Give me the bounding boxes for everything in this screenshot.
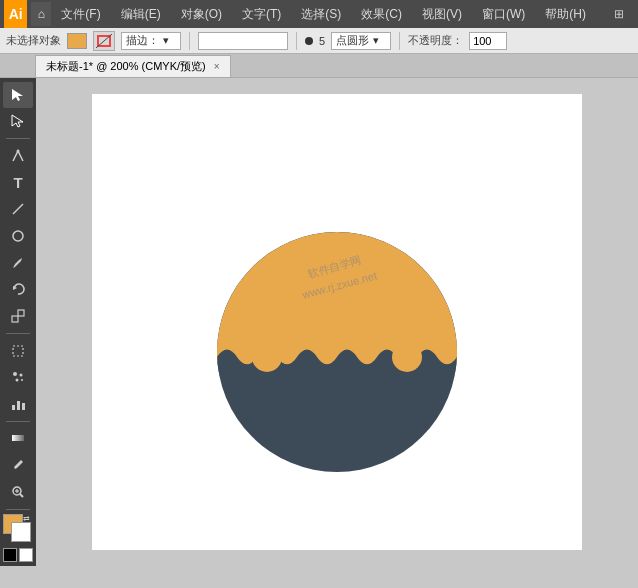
- symbol-spray-tool[interactable]: [3, 364, 33, 390]
- tab-bar: 未标题-1* @ 200% (CMYK/预览) ×: [0, 54, 638, 78]
- ai-logo: Ai: [4, 0, 27, 28]
- title-bar: Ai ⌂ 文件(F) 编辑(E) 对象(O) 文字(T) 选择(S) 效果(C)…: [0, 0, 638, 28]
- chevron-down-icon: ▾: [163, 34, 169, 47]
- background-color[interactable]: [11, 522, 31, 542]
- tab-close-button[interactable]: ×: [214, 61, 220, 72]
- menu-item-select[interactable]: 选择(S): [297, 4, 345, 25]
- svg-point-12: [20, 374, 23, 377]
- stroke-icon-btn[interactable]: [93, 31, 115, 51]
- default-colors-button[interactable]: [3, 548, 17, 562]
- rotate-icon: [10, 281, 26, 297]
- home-icon: ⌂: [38, 7, 45, 21]
- stroke-label: 描边：: [126, 33, 159, 48]
- graph-icon: [10, 396, 26, 412]
- stroke-dropdown[interactable]: 描边： ▾: [121, 32, 181, 50]
- opacity-label: 不透明度：: [408, 33, 463, 48]
- stroke-icon: [96, 34, 112, 48]
- svg-rect-16: [17, 401, 20, 410]
- type-icon: T: [13, 174, 22, 191]
- options-bar: 未选择对象 描边： ▾ 5 点圆形 ▾ 不透明度：: [0, 28, 638, 54]
- separator-2: [296, 32, 297, 50]
- brush-type-dropdown[interactable]: 点圆形 ▾: [331, 32, 391, 50]
- character-eye-left: [252, 342, 282, 372]
- brush-type-label: 点圆形: [336, 33, 369, 48]
- svg-marker-3: [12, 115, 23, 127]
- svg-point-14: [21, 379, 23, 381]
- mode-swatches: [3, 548, 33, 562]
- separator-3: [399, 32, 400, 50]
- rotate-tool[interactable]: [3, 277, 33, 303]
- symbol-spray-icon: [10, 369, 26, 385]
- line-icon: [10, 201, 26, 217]
- svg-rect-8: [12, 316, 18, 322]
- svg-rect-10: [13, 346, 23, 356]
- free-transform-tool[interactable]: [3, 338, 33, 364]
- paintbrush-tool[interactable]: [3, 250, 33, 276]
- direct-selection-tool[interactable]: [3, 109, 33, 135]
- zoom-tool[interactable]: [3, 479, 33, 505]
- object-label: 未选择对象: [6, 33, 61, 48]
- svg-marker-2: [12, 89, 23, 101]
- menu-bar: 文件(F) 编辑(E) 对象(O) 文字(T) 选择(S) 效果(C) 视图(V…: [53, 0, 634, 28]
- line-tool[interactable]: [3, 197, 33, 223]
- brush-dot-icon: [305, 37, 313, 45]
- svg-line-21: [20, 494, 23, 497]
- ellipse-tool[interactable]: [3, 223, 33, 249]
- menu-item-help[interactable]: 帮助(H): [541, 4, 590, 25]
- menu-item-object[interactable]: 对象(O): [177, 4, 226, 25]
- svg-point-13: [16, 379, 19, 382]
- tool-sep-2: [6, 333, 30, 334]
- separator-1: [189, 32, 190, 50]
- brush-size-label: 5: [319, 35, 325, 47]
- svg-line-5: [13, 204, 23, 214]
- character-eye-right: [392, 342, 422, 372]
- type-tool[interactable]: T: [3, 170, 33, 196]
- none-color: [19, 548, 33, 562]
- menu-item-text[interactable]: 文字(T): [238, 4, 285, 25]
- svg-point-4: [17, 150, 20, 153]
- tab-title: 未标题-1* @ 200% (CMYK/预览): [46, 59, 206, 74]
- layout-icon: ⊞: [614, 7, 624, 21]
- tool-sep-1: [6, 138, 30, 139]
- canvas: 软件自学网 www.rj.zxue.net: [92, 94, 582, 550]
- menu-item-effect[interactable]: 效果(C): [357, 4, 406, 25]
- direct-selection-icon: [10, 113, 26, 129]
- stroke-input[interactable]: [198, 32, 288, 50]
- eyedropper-tool[interactable]: [3, 452, 33, 478]
- svg-point-6: [13, 231, 23, 241]
- toolbox: T: [0, 78, 36, 566]
- zoom-icon: [10, 484, 26, 500]
- free-transform-icon: [10, 343, 26, 359]
- menu-item-window[interactable]: 窗口(W): [478, 4, 529, 25]
- menu-item-view[interactable]: 视图(V): [418, 4, 466, 25]
- color-swatches[interactable]: ⇄: [3, 514, 33, 541]
- scale-icon: [10, 308, 26, 324]
- scale-tool[interactable]: [3, 303, 33, 329]
- svg-rect-18: [12, 435, 24, 441]
- tool-sep-3: [6, 421, 30, 422]
- chevron-down-icon-2: ▾: [373, 34, 379, 47]
- gradient-icon: [10, 430, 26, 446]
- home-button[interactable]: ⌂: [31, 2, 51, 26]
- fill-color-swatch[interactable]: [67, 33, 87, 49]
- tool-sep-4: [6, 509, 30, 510]
- menu-item-edit[interactable]: 编辑(E): [117, 4, 165, 25]
- svg-rect-9: [18, 310, 24, 316]
- selection-tool[interactable]: [3, 82, 33, 108]
- opacity-input[interactable]: [469, 32, 507, 50]
- svg-rect-15: [12, 405, 15, 410]
- paintbrush-icon: [10, 255, 26, 271]
- ellipse-icon: [10, 228, 26, 244]
- svg-point-11: [13, 372, 17, 376]
- pen-tool[interactable]: [3, 143, 33, 169]
- document-tab[interactable]: 未标题-1* @ 200% (CMYK/预览) ×: [35, 55, 231, 77]
- graph-tool[interactable]: [3, 391, 33, 417]
- canvas-area: 软件自学网 www.rj.zxue.net: [36, 78, 638, 566]
- main-area: T: [0, 78, 638, 566]
- swap-colors-button[interactable]: ⇄: [23, 514, 33, 524]
- selection-icon: [10, 87, 26, 103]
- menu-item-file[interactable]: 文件(F): [57, 4, 104, 25]
- gradient-tool[interactable]: [3, 426, 33, 452]
- pen-icon: [10, 148, 26, 164]
- svg-rect-17: [22, 403, 25, 410]
